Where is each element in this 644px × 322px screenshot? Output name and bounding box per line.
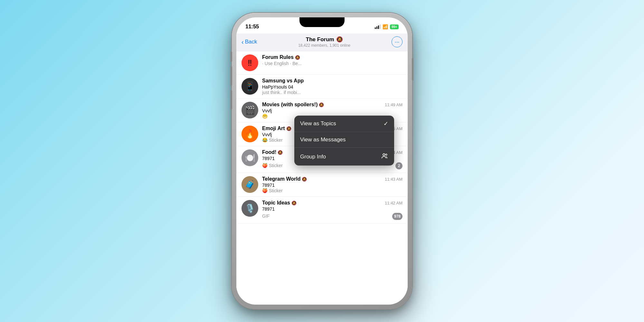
checkmark-icon: ✓ — [384, 120, 388, 127]
signal-bar-1 — [375, 27, 376, 29]
menu-item-label: Group Info — [300, 154, 326, 160]
status-icons: 📶 99+ — [375, 24, 399, 29]
right-buttons — [412, 58, 413, 80]
menu-item-label: View as Messages — [300, 137, 346, 143]
svg-point-0 — [383, 154, 385, 156]
menu-item-label: View as Topics — [300, 120, 336, 127]
phone-screen: 11:55 📶 99+ ‹ Back The Forum — [236, 17, 408, 305]
battery-badge: 99+ — [390, 24, 399, 29]
back-chevron-icon: ‹ — [242, 39, 244, 45]
signal-bar-4 — [380, 24, 381, 29]
svg-point-1 — [385, 154, 387, 156]
silent-switch — [231, 52, 232, 62]
context-menu: View as Topics ✓ View as Messages Group … — [294, 116, 394, 166]
header-subtitle: 18,422 members, 1,901 online — [257, 43, 392, 48]
signal-bars — [375, 24, 381, 29]
left-buttons — [231, 52, 232, 109]
phone-frame: 11:55 📶 99+ ‹ Back The Forum — [232, 13, 412, 309]
volume-down-button — [231, 90, 232, 109]
forum-name: The Forum — [306, 36, 334, 43]
status-time: 11:55 — [245, 24, 259, 30]
header-title: The Forum 🔕 — [257, 36, 392, 43]
signal-bar-2 — [376, 26, 377, 29]
menu-item-group-info[interactable]: Group Info — [294, 147, 394, 166]
mute-icon: 🔕 — [336, 36, 343, 43]
context-menu-overlay: View as Topics ✓ View as Messages Group … — [236, 51, 408, 303]
chat-list: ‼️ Forum Rules 🔕 · Use English · Be... — [236, 51, 408, 303]
menu-item-view-as-topics[interactable]: View as Topics ✓ — [294, 116, 394, 132]
power-button — [412, 58, 413, 80]
back-label: Back — [245, 39, 257, 45]
back-button[interactable]: ‹ Back — [242, 39, 257, 45]
notch — [299, 17, 345, 27]
wifi-icon: 📶 — [383, 24, 388, 29]
more-button[interactable]: ··· — [392, 36, 402, 47]
nav-header: ‹ Back The Forum 🔕 18,422 members, 1,901… — [236, 33, 408, 51]
header-center: The Forum 🔕 18,422 members, 1,901 online — [257, 36, 392, 48]
signal-bar-3 — [378, 25, 379, 29]
volume-up-button — [231, 66, 232, 86]
more-dots-icon: ··· — [394, 39, 399, 45]
group-info-icon — [381, 152, 388, 161]
menu-item-view-as-messages[interactable]: View as Messages — [294, 132, 394, 147]
